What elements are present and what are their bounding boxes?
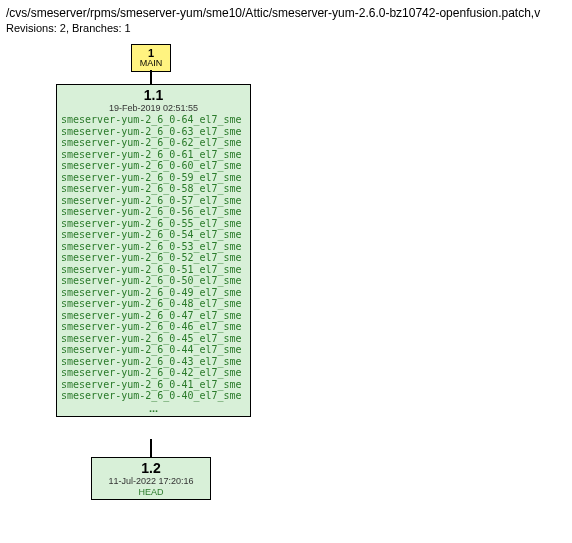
revision-tag: smeserver-yum-2_6_0-60_el7_sme [61, 160, 246, 172]
revision-tag: smeserver-yum-2_6_0-44_el7_sme [61, 344, 246, 356]
revision-version: 1.1 [61, 87, 246, 103]
revision-tag: smeserver-yum-2_6_0-46_el7_sme [61, 321, 246, 333]
revision-version: 1.2 [96, 460, 206, 476]
revisions-summary: Revisions: 2, Branches: 1 [6, 22, 566, 34]
revision-tag: smeserver-yum-2_6_0-64_el7_sme [61, 114, 246, 126]
revision-tag: smeserver-yum-2_6_0-62_el7_sme [61, 137, 246, 149]
revision-tag: smeserver-yum-2_6_0-54_el7_sme [61, 229, 246, 241]
revision-tags: smeserver-yum-2_6_0-64_el7_smesmeserver-… [61, 114, 246, 402]
revision-tag: smeserver-yum-2_6_0-58_el7_sme [61, 183, 246, 195]
revision-tag: smeserver-yum-2_6_0-47_el7_sme [61, 310, 246, 322]
revision-tag: smeserver-yum-2_6_0-50_el7_sme [61, 275, 246, 287]
revision-tag: smeserver-yum-2_6_0-51_el7_sme [61, 264, 246, 276]
revision-date: 11-Jul-2022 17:20:16 [96, 476, 206, 486]
revision-tag: smeserver-yum-2_6_0-42_el7_sme [61, 367, 246, 379]
revision-tag: smeserver-yum-2_6_0-57_el7_sme [61, 195, 246, 207]
revision-tag: smeserver-yum-2_6_0-63_el7_sme [61, 126, 246, 138]
revision-tag: smeserver-yum-2_6_0-45_el7_sme [61, 333, 246, 345]
branch-node-main: 1 MAIN [131, 44, 171, 72]
file-path: /cvs/smeserver/rpms/smeserver-yum/sme10/… [6, 6, 566, 20]
revision-tag: smeserver-yum-2_6_0-59_el7_sme [61, 172, 246, 184]
connector-line [150, 439, 152, 457]
revision-tag: smeserver-yum-2_6_0-40_el7_sme [61, 390, 246, 402]
revision-tag: smeserver-yum-2_6_0-52_el7_sme [61, 252, 246, 264]
tags-ellipsis: ... [61, 402, 246, 414]
branch-name: MAIN [132, 59, 170, 69]
revision-node-1-1: 1.1 19-Feb-2019 02:51:55 smeserver-yum-2… [56, 84, 251, 417]
revision-date: 19-Feb-2019 02:51:55 [61, 103, 246, 113]
revision-tag: smeserver-yum-2_6_0-49_el7_sme [61, 287, 246, 299]
revision-node-1-2: 1.2 11-Jul-2022 17:20:16 HEAD [91, 457, 211, 500]
revision-tag: smeserver-yum-2_6_0-43_el7_sme [61, 356, 246, 368]
revision-tag: smeserver-yum-2_6_0-48_el7_sme [61, 298, 246, 310]
head-label: HEAD [96, 487, 206, 497]
cvs-revision-graph: 1 MAIN 1.1 19-Feb-2019 02:51:55 smeserve… [6, 44, 566, 534]
revision-tag: smeserver-yum-2_6_0-53_el7_sme [61, 241, 246, 253]
revision-tag: smeserver-yum-2_6_0-55_el7_sme [61, 218, 246, 230]
revision-tag: smeserver-yum-2_6_0-61_el7_sme [61, 149, 246, 161]
connector-line [150, 70, 152, 84]
revision-tag: smeserver-yum-2_6_0-41_el7_sme [61, 379, 246, 391]
revision-tag: smeserver-yum-2_6_0-56_el7_sme [61, 206, 246, 218]
